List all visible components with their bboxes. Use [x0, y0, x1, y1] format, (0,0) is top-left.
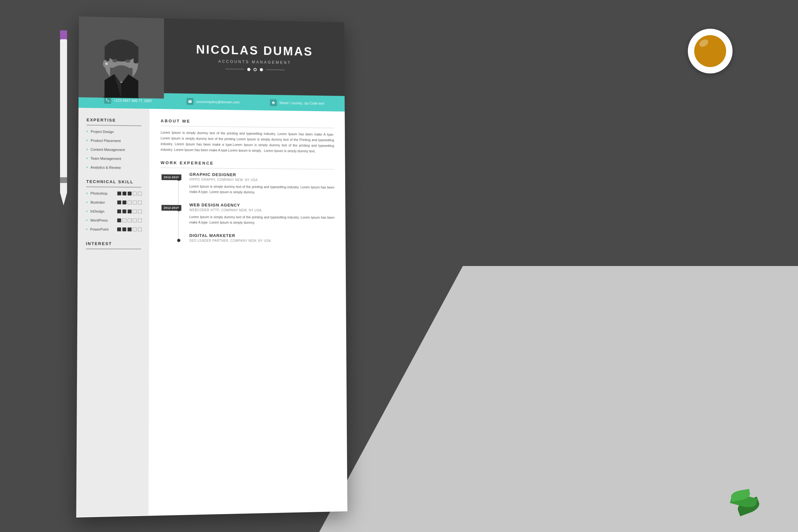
skill-photoshop: • Photoshop	[86, 191, 141, 196]
expertise-section: EXPERTISE • Project Design • Product Pla…	[86, 117, 141, 170]
address-text: Street / country, zip Code text	[279, 101, 324, 106]
timeline-dot-2	[177, 208, 180, 211]
dot-filled	[117, 192, 121, 195]
skill-illustrator: • Illustrator	[86, 200, 141, 205]
technical-title: TECHNICAL SKILL	[86, 179, 141, 187]
dot-filled	[128, 209, 132, 213]
skill-bullet-1: •	[86, 191, 88, 195]
sidebar: EXPERTISE • Project Design • Product Pla…	[76, 108, 149, 517]
expertise-item-5: • Analytics & Review	[86, 165, 141, 170]
work-title-2: WEB DESIGN AGENCY	[189, 203, 334, 208]
skill-dots-indesign	[117, 209, 142, 213]
dot-empty	[128, 201, 132, 204]
expertise-item-2: • Product Placement	[87, 138, 141, 144]
resume-title: ACCOUNTS MANAGEMENT	[218, 59, 291, 65]
dot-filled	[117, 209, 121, 213]
dot-3	[260, 68, 263, 71]
dot-filled	[128, 192, 132, 195]
work-company-1: HIPPO GRAPHY, COMPANY NEW, NY USA.	[189, 178, 334, 182]
dot-filled	[117, 218, 121, 222]
about-title: ABOUT ME	[160, 118, 334, 128]
dot-1	[247, 68, 250, 71]
dot-empty	[133, 192, 137, 195]
technical-section: TECHNICAL SKILL • Photoshop	[86, 179, 141, 231]
dot-filled	[117, 201, 121, 204]
about-text: Lorem Ipsum is simply dummy text of the …	[160, 130, 334, 154]
header-decoration	[225, 68, 285, 72]
contact-email: yourcompany@domain.com	[171, 98, 255, 106]
resume-name: NICOLAS DUMAS	[196, 43, 313, 58]
dot-filled	[122, 201, 126, 204]
work-desc-2: Lorem Ipsum is simply dummy text of the …	[189, 214, 335, 225]
plant-decoration	[721, 481, 760, 513]
email-icon	[187, 98, 194, 105]
email-text: yourcompany@domain.com	[196, 100, 240, 104]
timeline-dot-3	[177, 239, 180, 242]
dot-empty	[133, 227, 137, 231]
bullet-3: •	[86, 147, 88, 152]
skill-dots-photoshop	[117, 192, 142, 196]
bullet-1: •	[87, 129, 88, 134]
dot-empty	[138, 201, 142, 204]
phone-icon	[104, 97, 111, 104]
expertise-item-4: • Team Management	[86, 156, 141, 161]
dot-empty	[138, 192, 142, 195]
svg-rect-6	[133, 46, 138, 63]
skill-bullet-5: •	[86, 227, 88, 231]
resume-card: NICOLAS DUMAS ACCOUNTS MANAGEMENT +123 4…	[76, 16, 347, 517]
profile-photo	[79, 16, 164, 98]
work-timeline: 2012-2015 GRAPHIC DESIGNER HIPPO GRAPHY,…	[160, 172, 335, 242]
header-info: NICOLAS DUMAS ACCOUNTS MANAGEMENT	[164, 18, 345, 96]
work-section: WORK EXPERENCE 2012-2015 GRAPHIC DESIGNE…	[160, 160, 335, 242]
bullet-2: •	[87, 138, 88, 143]
expertise-title: EXPERTISE	[87, 117, 141, 126]
work-entry-2: 2012-2015 WEB DESIGN AGENCY WEBCODER HTT…	[189, 203, 335, 225]
dot-filled	[117, 227, 121, 231]
pencil-decoration	[59, 30, 68, 209]
phone-text: +123 4567 896 77, 5587	[114, 98, 152, 103]
work-title-1: GRAPHIC DESIGNER	[189, 172, 334, 178]
skill-bullet-4: •	[86, 218, 88, 223]
coffee-cup-decoration	[688, 29, 739, 80]
work-entry-1: 2012-2015 GRAPHIC DESIGNER HIPPO GRAPHY,…	[189, 172, 334, 195]
timeline-dot-1	[177, 178, 180, 181]
work-title: WORK EXPERENCE	[160, 160, 334, 170]
dot-empty	[138, 209, 142, 213]
header-line-left	[225, 69, 244, 69]
dot-empty	[128, 218, 131, 222]
main-content: ABOUT ME Lorem Ipsum is simply dummy tex…	[149, 109, 347, 515]
contact-address: Street / country, zip Code text	[255, 99, 339, 107]
work-company-2: WEBCODER HTTP, COMPANY NEW, NY USA.	[189, 208, 335, 212]
dot-empty	[138, 218, 142, 222]
header-line-right	[266, 70, 285, 70]
dot-filled	[128, 227, 131, 231]
dot-empty	[138, 227, 142, 231]
dot-empty	[133, 201, 137, 204]
dot-empty	[133, 218, 137, 222]
address-icon	[270, 99, 277, 106]
skill-bullet-3: •	[86, 209, 88, 213]
expertise-item-1: • Project Design	[87, 129, 141, 134]
bullet-4: •	[86, 156, 88, 160]
svg-rect-5	[105, 45, 110, 61]
dot-empty	[122, 218, 126, 222]
expertise-item-3: • Content Management	[86, 147, 141, 152]
skill-bullet-2: •	[86, 200, 88, 204]
interest-section: INTEREST	[86, 241, 141, 249]
interest-title: INTEREST	[86, 241, 141, 249]
skill-powerpoint: • PowerPoint	[86, 227, 141, 232]
dot-2	[253, 68, 256, 71]
skill-dots-illustrator	[117, 201, 142, 204]
resume-header: NICOLAS DUMAS ACCOUNTS MANAGEMENT	[79, 16, 345, 96]
skill-dots-powerpoint	[117, 227, 142, 231]
work-entry-3: DIGITAL MARKETER SEO LEADER PARTNER, COM…	[189, 233, 335, 243]
skill-wordpress: • WordPress	[86, 218, 141, 223]
bullet-5: •	[86, 165, 88, 170]
skill-dots-wordpress	[117, 218, 142, 222]
work-desc-1: Lorem Ipsum is simply dummy text of the …	[189, 184, 334, 195]
dot-filled	[122, 227, 126, 231]
dot-empty	[133, 209, 137, 213]
work-company-3: SEO LEADER PARTNER, COMPANY NEW, NY USA.	[189, 239, 335, 242]
work-title-3: DIGITAL MARKETER	[189, 233, 335, 238]
skill-indesign: • InDesign	[86, 209, 141, 214]
